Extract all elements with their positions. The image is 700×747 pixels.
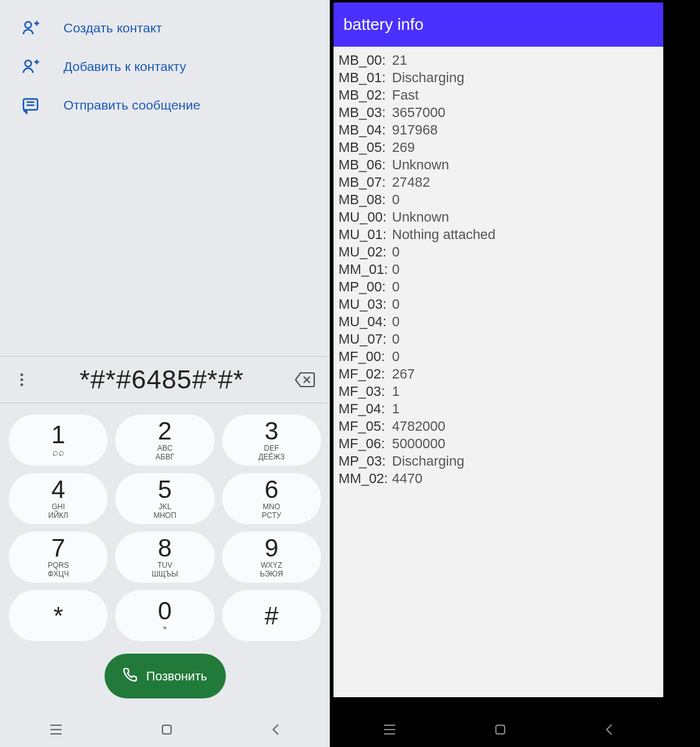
battery-val: 1 (392, 401, 399, 417)
battery-key: MP_00: (338, 279, 392, 295)
battery-val: 0 (392, 192, 399, 208)
nav-home-button[interactable] (494, 723, 506, 736)
key-sub-cyrillic: ИЙКЛ (49, 512, 68, 520)
key-star[interactable]: * (9, 590, 108, 641)
key-3[interactable]: 3 DEF ДЕЁЖЗ (222, 415, 321, 466)
nav-back-button[interactable] (271, 723, 281, 736)
key-sub: DEF (264, 444, 279, 453)
key-4[interactable]: 4 GHI ИЙКЛ (9, 473, 108, 524)
battery-val: Fast (392, 87, 419, 103)
key-digit: 6 (264, 477, 278, 502)
battery-val: 0 (392, 349, 399, 365)
battery-val: 4470 (392, 471, 422, 487)
key-1[interactable]: 1 ⌕⌕ (9, 415, 108, 466)
battery-row: MU_04: 0 (338, 313, 658, 331)
battery-row: MB_01: Discharging (338, 69, 658, 87)
call-button[interactable]: Позвонить (105, 654, 226, 698)
battery-key: MB_00: (338, 52, 392, 68)
battery-key: MU_04: (338, 314, 392, 330)
battery-val: Discharging (392, 453, 464, 469)
key-sub: + (162, 624, 167, 633)
battery-val: 0 (392, 279, 399, 295)
battery-key: MF_02: (338, 366, 392, 382)
nav-home-button[interactable] (161, 723, 173, 736)
dialed-number-row: *#*#6485#*#* (0, 356, 330, 403)
battery-row: MB_02: Fast (338, 87, 658, 104)
action-label: Добавить к контакту (63, 59, 186, 74)
battery-row: MB_00: 21 (338, 52, 658, 69)
key-digit: 3 (264, 418, 278, 443)
key-digit: 5 (158, 477, 172, 502)
android-navbar (0, 712, 330, 747)
battery-val: 0 (392, 261, 399, 278)
key-2[interactable]: 2 ABC АБВГ (115, 415, 214, 466)
battery-row: MU_02: 0 (338, 243, 658, 261)
key-digit: 4 (52, 477, 65, 502)
battery-val: 27482 (392, 174, 430, 190)
key-sub-cyrillic: ШЩЪЫ (152, 570, 178, 579)
svg-point-4 (21, 378, 23, 381)
battery-row: MB_08: 0 (338, 191, 658, 209)
dialed-number: *#*#6485#*#* (31, 365, 292, 395)
key-9[interactable]: 9 WXYZ ЬЭЮЯ (222, 532, 321, 583)
key-sub: JKL (159, 503, 172, 512)
app-title: battery info (334, 2, 663, 47)
battery-row: MM_02: 4470 (338, 470, 658, 487)
svg-point-3 (21, 374, 23, 376)
dialer-actions: Создать контакт Добавить к контакту Отпр… (0, 0, 330, 125)
key-sub: GHI (52, 503, 65, 512)
battery-row: MB_05: 269 (338, 139, 658, 156)
person-add-icon (19, 19, 42, 37)
key-5[interactable]: 5 JKL МНОП (115, 473, 214, 524)
battery-val: 3657000 (392, 105, 446, 121)
battery-row: MU_07: 0 (338, 331, 658, 348)
backspace-button[interactable] (292, 372, 317, 388)
phone-icon (123, 667, 138, 685)
key-sub-cyrillic: АБВГ (156, 453, 174, 462)
nav-recents-button[interactable] (49, 724, 63, 735)
key-sub: MNO (263, 503, 280, 512)
key-sub: TUV (157, 561, 172, 570)
nav-recents-button[interactable] (383, 724, 396, 735)
battery-row: MF_06: 5000000 (338, 435, 658, 453)
battery-info-screen: battery info MB_00: 21MB_01: Discharging… (334, 0, 663, 747)
add-to-contact-action[interactable]: Добавить к контакту (0, 47, 330, 86)
android-navbar (334, 712, 663, 747)
battery-val: 0 (392, 314, 399, 330)
battery-key: MB_07: (338, 174, 392, 190)
battery-row: MB_06: Unknown (338, 156, 658, 174)
key-6[interactable]: 6 MNO РСТУ (222, 473, 321, 524)
battery-val: 269 (392, 139, 415, 156)
voicemail-icon: ⌕⌕ (52, 447, 65, 458)
battery-row: MF_05: 4782000 (338, 418, 658, 435)
battery-val: 1 (392, 383, 399, 400)
key-0[interactable]: 0 + (115, 590, 214, 641)
battery-val: 0 (392, 331, 399, 347)
battery-row: MF_02: 267 (338, 365, 658, 383)
create-contact-action[interactable]: Создать контакт (0, 9, 330, 47)
svg-point-5 (21, 383, 23, 386)
battery-key: MB_02: (338, 87, 392, 103)
battery-key: MU_02: (338, 244, 392, 260)
more-options-button[interactable] (12, 372, 31, 387)
key-sub: PQRS (48, 561, 69, 570)
nav-back-button[interactable] (604, 723, 614, 736)
key-8[interactable]: 8 TUV ШЩЪЫ (115, 532, 214, 583)
key-sub-cyrillic: РСТУ (262, 512, 281, 520)
battery-row: MF_03: 1 (338, 383, 658, 400)
battery-key: MF_05: (338, 418, 392, 435)
key-sub: ABC (157, 444, 173, 453)
key-sub-cyrillic: ДЕЁЖЗ (258, 453, 284, 462)
send-message-action[interactable]: Отправить сообщение (0, 86, 330, 125)
key-sub-cyrillic: ЬЭЮЯ (260, 570, 283, 579)
svg-rect-7 (496, 725, 505, 734)
battery-key: MF_00: (338, 349, 392, 365)
key-hash[interactable]: # (222, 590, 321, 641)
key-sub-cyrillic: МНОП (154, 512, 177, 520)
key-sub: WXYZ (261, 561, 282, 570)
key-7[interactable]: 7 PQRS ФХЦЧ (9, 532, 108, 583)
battery-row: MP_00: 0 (338, 278, 658, 296)
battery-row: MB_07: 27482 (338, 174, 658, 191)
key-digit: 8 (158, 535, 172, 560)
key-digit: 1 (52, 422, 65, 447)
